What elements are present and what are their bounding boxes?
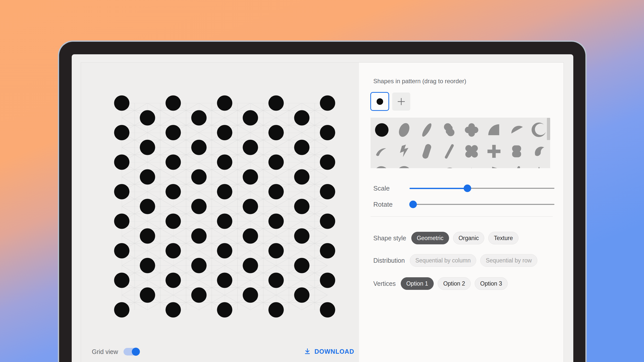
pattern-canvas: Grid view DOWNLOAD — [81, 63, 359, 362]
vertices-option-option-1[interactable]: Option 1 — [401, 277, 434, 290]
picker-shape-parallelogram[interactable] — [483, 162, 505, 168]
scale-slider[interactable] — [410, 184, 554, 193]
slider-thumb[interactable] — [409, 201, 417, 208]
picker-shape-quatrefoil-x[interactable] — [460, 141, 483, 162]
screen: Grid view DOWNLOAD — [72, 54, 573, 362]
picker-shape-quarter-circle[interactable] — [483, 119, 505, 141]
rotate-label: Rotate — [373, 201, 410, 208]
grid-view-row: Grid view — [92, 346, 140, 357]
picker-shape-quatrefoil[interactable] — [460, 119, 483, 141]
circle-shape-icon — [377, 98, 383, 105]
picker-shape-thin-ellipse[interactable] — [416, 119, 438, 141]
slider-thumb[interactable] — [464, 185, 471, 192]
laptop-bezel: Grid view DOWNLOAD — [59, 42, 585, 362]
picker-shape-dot[interactable] — [371, 119, 393, 141]
grid-view-label: Grid view — [92, 348, 118, 355]
scale-slider-row: Scale — [373, 184, 554, 193]
picker-shape-blob[interactable] — [438, 119, 460, 141]
picker-shape-ellipse[interactable] — [393, 119, 415, 141]
rotate-slider[interactable] — [410, 200, 554, 209]
picker-shape-arc[interactable] — [371, 162, 393, 168]
download-icon — [304, 348, 311, 355]
vertices-option-option-2[interactable]: Option 2 — [438, 277, 471, 290]
pattern-shape-chips — [370, 92, 410, 111]
picker-scrollbar[interactable] — [547, 118, 550, 140]
rotate-slider-row: Rotate — [373, 200, 554, 209]
settings-panel: Shapes in pattern (drag to reorder) — [359, 63, 564, 362]
vertices-option-option-3[interactable]: Option 3 — [475, 277, 508, 290]
slider-fill — [410, 188, 467, 189]
toggle-knob — [132, 348, 140, 356]
picker-shape-fin[interactable] — [505, 119, 528, 141]
shape-style-row: Shape styleGeometricOrganicTexture — [373, 232, 518, 244]
shape-style-option-organic[interactable]: Organic — [453, 232, 485, 244]
vertices-row: VerticesOption 1Option 2Option 3 — [373, 277, 508, 290]
download-label: DOWNLOAD — [314, 348, 354, 355]
plus-icon — [396, 97, 406, 107]
picker-shape-zigzag[interactable] — [393, 141, 415, 162]
picker-shape-comma[interactable] — [371, 141, 393, 162]
pattern-preview — [81, 63, 359, 362]
panel-title: Shapes in pattern (drag to reorder) — [373, 78, 466, 85]
picker-shape-plus[interactable] — [483, 141, 505, 162]
scale-label: Scale — [373, 185, 410, 192]
app-window: Grid view DOWNLOAD — [81, 62, 564, 362]
shape-style-option-texture[interactable]: Texture — [488, 232, 518, 244]
picker-shape-hook[interactable] — [438, 162, 460, 168]
shape-chip-circle[interactable] — [370, 92, 389, 111]
shape-style-option-geometric[interactable]: Geometric — [411, 232, 449, 244]
picker-shape-slash-thin[interactable] — [505, 162, 528, 168]
distribution-row: DistributionSequential by columnSequenti… — [373, 254, 537, 267]
grid-view-toggle[interactable] — [124, 348, 140, 355]
panel-divider — [371, 216, 553, 217]
slider-rail — [410, 204, 554, 205]
download-button[interactable]: DOWNLOAD — [302, 346, 356, 357]
picker-shape-triangle[interactable] — [460, 162, 483, 168]
picker-shape-wave[interactable] — [528, 141, 550, 162]
distribution-option-sequential-by-column[interactable]: Sequential by column — [410, 254, 476, 267]
picker-shape-stack[interactable] — [505, 141, 528, 162]
picker-shape-triangle-2[interactable] — [528, 162, 550, 168]
vertices-label: Vertices — [373, 280, 396, 287]
laptop-frame: Grid view DOWNLOAD — [58, 40, 587, 362]
picker-shape-arch[interactable] — [416, 162, 438, 168]
shape-style-label: Shape style — [373, 235, 406, 242]
picker-shape-slash[interactable] — [438, 141, 460, 162]
picker-shape-capsule[interactable] — [416, 141, 438, 162]
distribution-option-sequential-by-row[interactable]: Sequential by row — [480, 254, 537, 267]
picker-shape-arc-open[interactable] — [393, 162, 415, 168]
distribution-label: Distribution — [373, 257, 405, 264]
add-shape-button[interactable] — [392, 93, 410, 111]
shape-picker — [371, 118, 550, 168]
